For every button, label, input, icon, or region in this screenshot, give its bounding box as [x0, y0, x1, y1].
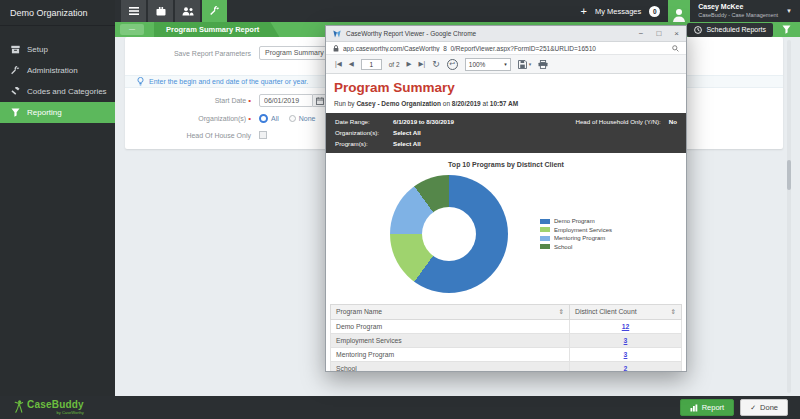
- programs-value: Select All: [393, 140, 421, 147]
- date-range-value: 6/1/2019 to 8/30/2019: [393, 118, 454, 125]
- client-count-link[interactable]: 3: [624, 337, 628, 344]
- topbar-icon-group: [121, 0, 227, 22]
- sidebar-nav: SetupAdministrationCodes and CategoriesR…: [0, 39, 115, 123]
- casebuddy-logo: CaseBuddy by CaseWorthy: [13, 400, 84, 415]
- lightbulb-icon: [137, 77, 144, 86]
- report-page: Program Summary Run by Casey - Demo Orga…: [326, 74, 686, 371]
- chart-title: Top 10 Programs by Distinct Client: [326, 161, 686, 168]
- chevron-down-icon[interactable]: ▼: [786, 8, 792, 14]
- sort-icon[interactable]: ⇕: [559, 308, 564, 316]
- export-button[interactable]: ▾: [518, 60, 532, 69]
- close-icon[interactable]: ×: [674, 30, 679, 38]
- sidebar-item-setup[interactable]: Setup: [0, 39, 115, 60]
- date-range-label: Date Range:: [335, 118, 393, 125]
- parent-report-icon[interactable]: ↩: [447, 59, 458, 70]
- window-title: CaseWorthy Report Viewer - Google Chrome: [346, 30, 476, 37]
- org-radio-all[interactable]: All: [259, 114, 279, 123]
- window-controls: − □ ×: [639, 30, 679, 38]
- report-button[interactable]: Report: [680, 399, 735, 416]
- table-row: Employment Services3: [331, 334, 682, 348]
- topbar: + My Messages 0 Casey McKee CaseBuddy - …: [115, 0, 800, 22]
- bottom-bar: Report ✓ Done: [0, 396, 800, 419]
- avatar[interactable]: [668, 0, 690, 22]
- legend-item: Mentoring Program: [540, 235, 612, 241]
- required-icon: •: [248, 114, 251, 123]
- next-page-icon[interactable]: ▶: [407, 61, 412, 68]
- window-title-bar[interactable]: CaseWorthy Report Viewer - Google Chrome…: [326, 26, 686, 42]
- report-table-body: Demo Program12Employment Services3Mentor…: [331, 320, 682, 372]
- program-name-cell: School: [331, 362, 570, 372]
- radio-label: None: [299, 115, 316, 122]
- collapse-tab-button[interactable]: —: [120, 24, 144, 35]
- report-title: Program Summary: [334, 80, 686, 95]
- casebuddy-logo-icon: [13, 400, 24, 413]
- sidebar-item-reporting[interactable]: Reporting: [0, 102, 115, 123]
- org-radio-none[interactable]: None: [289, 115, 316, 122]
- printer-icon: [538, 60, 548, 69]
- required-icon: •: [248, 96, 251, 105]
- sidebar-item-label: Reporting: [27, 108, 62, 117]
- wrench-tab-icon[interactable]: [202, 0, 227, 22]
- tab-bar-right: Scheduled Reports: [687, 23, 800, 37]
- print-button[interactable]: [538, 60, 548, 69]
- clock-icon: [694, 26, 702, 34]
- table-row: School2: [331, 362, 682, 372]
- scheduled-reports-button[interactable]: Scheduled Reports: [687, 23, 773, 37]
- table-row: Demo Program12: [331, 320, 682, 334]
- search-icon[interactable]: [672, 45, 679, 52]
- page-number-input[interactable]: [361, 59, 382, 70]
- minimize-icon[interactable]: −: [639, 30, 644, 38]
- start-date-input[interactable]: [259, 94, 313, 107]
- sort-icon[interactable]: ⇕: [671, 308, 676, 316]
- sidebar: Demo Organization SetupAdministrationCod…: [0, 0, 115, 419]
- messages-badge: 0: [649, 6, 660, 17]
- main-scrollbar-thumb[interactable]: [787, 160, 791, 190]
- legend-label: Demo Program: [554, 218, 595, 224]
- sidebar-item-label: Administration: [27, 66, 78, 75]
- topbar-right: + My Messages 0 Casey McKee CaseBuddy - …: [581, 0, 800, 22]
- column-header-distinct-client-count: Distinct Client Count ⇕: [570, 305, 682, 320]
- head-of-house-checkbox[interactable]: [259, 131, 267, 139]
- legend-label: School: [554, 244, 572, 250]
- check-icon: ✓: [750, 404, 756, 412]
- orgs-label: Organization(s):: [335, 129, 393, 136]
- briefcase-icon[interactable]: [148, 0, 173, 22]
- save-icon: [518, 60, 527, 69]
- first-page-icon[interactable]: |◀: [335, 61, 342, 68]
- chart-icon: [690, 404, 698, 412]
- prev-page-icon[interactable]: ◀: [349, 61, 354, 68]
- done-button[interactable]: ✓ Done: [740, 399, 788, 416]
- last-page-icon[interactable]: ▶|: [419, 61, 426, 68]
- url-text: app.caseworthy.com/CaseWorthy_8_0/Report…: [343, 45, 668, 52]
- funnel-icon: [10, 108, 20, 117]
- calendar-icon: [316, 97, 324, 105]
- menu-icon[interactable]: [121, 0, 146, 22]
- refresh-icon[interactable]: ↻: [432, 60, 440, 69]
- radio-icon: [259, 114, 268, 123]
- tab-program-summary-report[interactable]: Program Summary Report: [154, 22, 279, 37]
- url-bar[interactable]: app.caseworthy.com/CaseWorthy_8_0/Report…: [326, 42, 686, 55]
- main-scrollbar[interactable]: [787, 40, 791, 393]
- client-count-link[interactable]: 3: [624, 351, 628, 358]
- zoom-select[interactable]: 100% ▾: [465, 58, 511, 71]
- client-count-cell: 12: [570, 320, 682, 334]
- sidebar-item-administration[interactable]: Administration: [0, 60, 115, 81]
- save-report-parameters-label: Save Report Parameters: [125, 50, 251, 57]
- report-toolbar: |◀ ◀ of 2 ▶ ▶| ↻ ↩ 100% ▾ ▾: [326, 55, 686, 74]
- my-messages-link[interactable]: My Messages: [595, 7, 641, 16]
- user-menu[interactable]: Casey McKee CaseBuddy - Case Management: [698, 3, 778, 19]
- plus-icon[interactable]: +: [581, 6, 587, 17]
- filter-icon[interactable]: [782, 25, 791, 34]
- user-name: Casey McKee: [698, 3, 778, 12]
- maximize-icon[interactable]: □: [656, 30, 661, 38]
- users-icon[interactable]: [175, 0, 200, 22]
- legend-swatch: [540, 219, 550, 224]
- gavel-icon: [10, 87, 20, 96]
- client-count-link[interactable]: 12: [622, 323, 630, 330]
- sidebar-item-codes-and-categories[interactable]: Codes and Categories: [0, 81, 115, 102]
- program-name-cell: Employment Services: [331, 334, 570, 348]
- chart-area: Demo ProgramEmployment ServicesMentoring…: [326, 173, 686, 295]
- start-date-label: Start Date•: [125, 97, 251, 105]
- radio-icon: [289, 115, 296, 122]
- client-count-link[interactable]: 2: [624, 365, 628, 371]
